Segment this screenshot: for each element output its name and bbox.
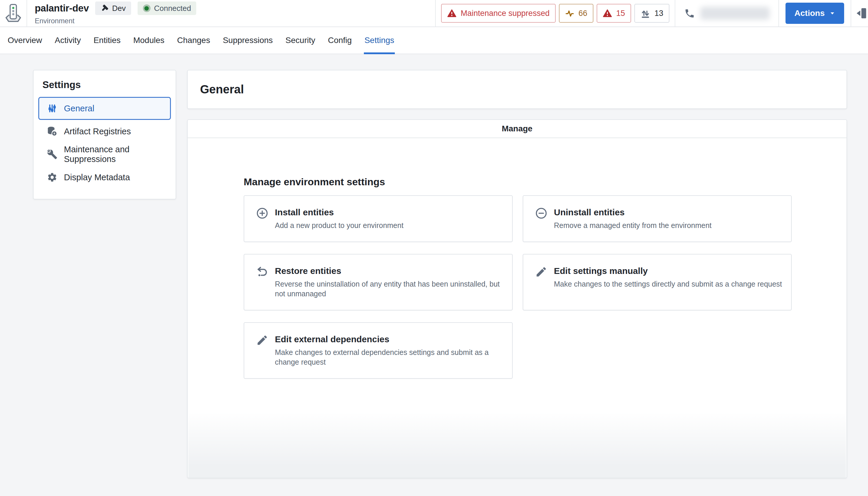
edit-settings-manually-card[interactable]: Edit settings manually Make changes to t… bbox=[523, 254, 792, 310]
tab-label: Activity bbox=[55, 36, 81, 45]
undo-icon bbox=[256, 266, 268, 278]
action-card-title: Edit external dependencies bbox=[275, 334, 505, 345]
pencil-icon bbox=[535, 266, 547, 278]
top-header: palantir-dev Dev Connected Environment bbox=[0, 0, 868, 27]
caret-down-icon bbox=[830, 10, 835, 16]
warning-triangle-icon bbox=[447, 9, 456, 18]
tab-label: Entities bbox=[93, 36, 121, 45]
tab-label: Suppressions bbox=[223, 36, 273, 45]
gear-icon bbox=[47, 172, 58, 183]
install-entities-card[interactable]: Install entities Add a new product to yo… bbox=[244, 195, 513, 242]
page-title-card: General bbox=[187, 70, 847, 109]
maintenance-suppressed-badge[interactable]: Maintenance suppressed bbox=[441, 4, 556, 23]
tab-label: Settings bbox=[365, 36, 394, 45]
scroll-fade bbox=[188, 412, 846, 478]
action-card-title: Install entities bbox=[275, 206, 403, 218]
change-count: 13 bbox=[654, 9, 663, 18]
sidebar-item-general[interactable]: General bbox=[38, 97, 171, 120]
tab-label: Changes bbox=[177, 36, 210, 45]
sidebar-item-display-metadata[interactable]: Display Metadata bbox=[38, 166, 171, 189]
phone-icon bbox=[684, 8, 695, 19]
warning-count: 15 bbox=[616, 9, 625, 18]
action-card-description: Add a new product to your environment bbox=[275, 221, 403, 230]
tab-label: Modules bbox=[133, 36, 165, 45]
maintenance-suppressed-label: Maintenance suppressed bbox=[461, 9, 549, 18]
tab-settings[interactable]: Settings bbox=[364, 27, 395, 53]
minus-circle-icon bbox=[535, 207, 547, 219]
collapse-panel-button[interactable] bbox=[851, 0, 868, 27]
action-card-description: Make changes to the settings directly an… bbox=[554, 279, 782, 289]
env-type-badge: Dev bbox=[95, 1, 131, 15]
action-cards-grid: Install entities Add a new product to yo… bbox=[244, 195, 791, 379]
change-count-badge[interactable]: 13 bbox=[634, 4, 669, 23]
sidebar-item-label: Maintenance and Suppressions bbox=[64, 145, 170, 164]
page-title: General bbox=[200, 83, 244, 96]
environment-subtitle: Environment bbox=[35, 17, 435, 25]
up-down-arrows-icon bbox=[640, 9, 650, 18]
sidebar-item-label: Artifact Registries bbox=[64, 127, 131, 136]
connection-status-badge: Connected bbox=[138, 1, 197, 15]
edit-external-dependencies-card[interactable]: Edit external dependencies Make changes … bbox=[244, 322, 513, 379]
sliders-icon bbox=[47, 103, 58, 114]
wrench-clock-icon bbox=[47, 149, 58, 160]
database-bolt-icon bbox=[47, 126, 58, 137]
tab-label: Config bbox=[328, 36, 352, 45]
section-heading: Manage environment settings bbox=[244, 175, 791, 188]
environment-identity: palantir-dev Dev Connected Environment bbox=[27, 0, 435, 27]
action-card-title: Uninstall entities bbox=[554, 206, 712, 218]
pulse-icon bbox=[565, 9, 574, 18]
warning-triangle-icon bbox=[603, 9, 612, 18]
env-type-badge-label: Dev bbox=[112, 4, 125, 13]
sidebar-title: Settings bbox=[43, 79, 167, 90]
connection-status-label: Connected bbox=[154, 4, 191, 13]
uninstall-entities-card[interactable]: Uninstall entities Remove a managed enti… bbox=[523, 195, 792, 242]
actions-button[interactable]: Actions bbox=[786, 3, 844, 24]
tab-label: Overview bbox=[7, 36, 42, 45]
sidebar-item-label: Display Metadata bbox=[64, 173, 130, 182]
actions-cell: Actions bbox=[779, 0, 851, 27]
environment-nav-tabs: Overview Activity Entities Modules Chang… bbox=[0, 27, 868, 54]
active-tab-underline bbox=[364, 52, 395, 54]
tab-config[interactable]: Config bbox=[327, 27, 352, 53]
action-card-title: Edit settings manually bbox=[554, 265, 782, 277]
action-card-title: Restore entities bbox=[275, 265, 505, 277]
action-card-description: Reverse the uninstallation of any entity… bbox=[275, 279, 505, 299]
tab-modules[interactable]: Modules bbox=[133, 27, 165, 53]
activity-count-badge[interactable]: 66 bbox=[559, 4, 593, 23]
tab-manage[interactable]: Manage bbox=[502, 124, 532, 134]
sidebar-item-maintenance-suppressions[interactable]: Maintenance and Suppressions bbox=[38, 143, 171, 166]
tab-activity[interactable]: Activity bbox=[54, 27, 82, 53]
collapse-panel-icon bbox=[856, 7, 868, 19]
tab-entities[interactable]: Entities bbox=[93, 27, 121, 53]
manage-body: Manage environment settings Install enti… bbox=[188, 175, 847, 379]
settings-sidebar: Settings General bbox=[33, 70, 176, 199]
tab-label: Security bbox=[285, 36, 315, 45]
hammer-icon bbox=[100, 4, 108, 12]
warning-count-badge[interactable]: 15 bbox=[596, 4, 631, 23]
environment-logo bbox=[0, 0, 27, 27]
settings-main: General Manage Manage environment settin… bbox=[187, 70, 847, 478]
redacted-contact-text bbox=[700, 7, 770, 20]
sidebar-item-artifact-registries[interactable]: Artifact Registries bbox=[38, 120, 171, 143]
contact-info bbox=[675, 0, 778, 27]
action-card-description: Remove a managed entity from the environ… bbox=[554, 221, 712, 230]
manage-tabbar: Manage bbox=[188, 120, 847, 138]
pencil-icon bbox=[256, 334, 268, 346]
environment-title: palantir-dev bbox=[35, 3, 89, 14]
content-area: Settings General bbox=[0, 54, 868, 478]
alert-badges: Maintenance suppressed 66 15 13 bbox=[436, 0, 675, 27]
restore-entities-card[interactable]: Restore entities Reverse the uninstallat… bbox=[244, 254, 513, 310]
manage-card: Manage Manage environment settings Insta… bbox=[187, 119, 847, 478]
status-dot-icon bbox=[143, 4, 151, 12]
environment-settings-page: palantir-dev Dev Connected Environment bbox=[0, 0, 868, 496]
plus-circle-icon bbox=[256, 207, 268, 219]
actions-button-label: Actions bbox=[794, 9, 825, 18]
action-card-description: Make changes to external dependencies se… bbox=[275, 347, 505, 367]
tab-suppressions[interactable]: Suppressions bbox=[222, 27, 274, 53]
tab-changes[interactable]: Changes bbox=[176, 27, 211, 53]
environment-logo-icon bbox=[4, 3, 23, 23]
sidebar-item-label: General bbox=[64, 104, 94, 113]
activity-count: 66 bbox=[578, 9, 587, 18]
tab-security[interactable]: Security bbox=[285, 27, 316, 53]
tab-overview[interactable]: Overview bbox=[7, 27, 43, 53]
